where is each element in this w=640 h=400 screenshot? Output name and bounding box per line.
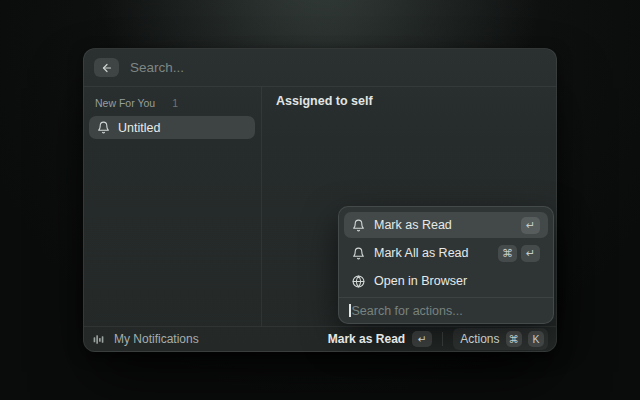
bell-icon [97, 121, 110, 134]
enter-key-badge: ↵ [521, 217, 540, 234]
search-header: Search... [84, 49, 556, 87]
cmd-key-badge: ⌘ [506, 331, 523, 347]
action-open-in-browser[interactable]: Open in Browser [344, 268, 548, 294]
detail-title: Assigned to self [276, 94, 373, 108]
action-mark-as-read[interactable]: Mark as Read ↵ [344, 212, 548, 238]
notification-list-panel: New For You 1 Untitled [84, 87, 261, 326]
action-label: Open in Browser [374, 274, 540, 288]
actions-search-input[interactable]: Search for actions... [339, 298, 553, 323]
list-item-untitled[interactable]: Untitled [89, 116, 255, 139]
search-input[interactable]: Search... [130, 60, 546, 75]
list-section-header: New For You 1 [84, 87, 261, 115]
list-item-label: Untitled [118, 121, 160, 135]
text-caret [349, 304, 351, 317]
action-mark-all-as-read[interactable]: Mark All as Read ⌘ ↵ [344, 240, 548, 266]
k-key-badge: K [528, 331, 544, 347]
actions-search-placeholder: Search for actions... [352, 304, 463, 318]
status-bar: My Notifications Mark as Read ↵ Actions … [84, 326, 556, 351]
section-count: 1 [172, 97, 178, 109]
primary-action-button[interactable]: Mark as Read ↵ [328, 331, 432, 347]
actions-popover: Mark as Read ↵ Mark All as Read ⌘ ↵ [338, 206, 554, 324]
action-label: Mark as Read [374, 218, 512, 232]
statusbar-actions: Mark as Read ↵ Actions ⌘ K [328, 328, 548, 350]
cmd-key-badge: ⌘ [498, 245, 517, 262]
enter-key-badge: ↵ [521, 245, 540, 262]
desktop-background: Search... New For You 1 Untitled Assigne… [0, 0, 640, 400]
command-palette-window: Search... New For You 1 Untitled Assigne… [83, 48, 557, 352]
bell-icon [352, 219, 365, 232]
shortcut-keys: ⌘ ↵ [498, 245, 540, 262]
app-name: My Notifications [114, 332, 199, 346]
actions-button[interactable]: Actions ⌘ K [453, 328, 548, 350]
actions-button-label: Actions [460, 332, 499, 346]
arrow-left-icon [101, 62, 113, 74]
primary-action-label: Mark as Read [328, 332, 405, 346]
equalizer-icon [92, 333, 105, 346]
shortcut-keys: ↵ [521, 217, 540, 234]
globe-icon [352, 275, 365, 288]
statusbar-separator [442, 332, 443, 346]
enter-key-badge: ↵ [412, 331, 432, 347]
back-button[interactable] [94, 58, 119, 77]
action-label: Mark All as Read [374, 246, 489, 260]
section-label: New For You [95, 97, 155, 109]
bell-icon [352, 247, 365, 260]
app-identity: My Notifications [92, 332, 199, 346]
